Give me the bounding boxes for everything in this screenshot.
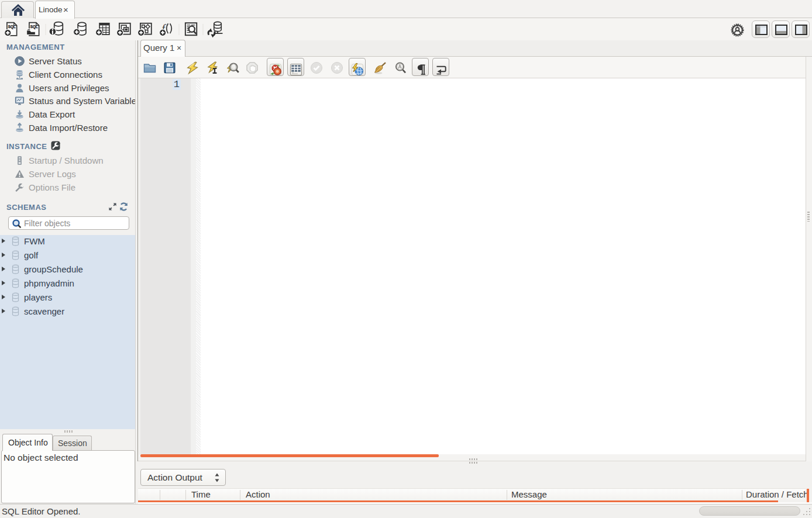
svg-text:SQL: SQL [30, 24, 38, 29]
svg-text:SQL: SQL [8, 24, 16, 29]
